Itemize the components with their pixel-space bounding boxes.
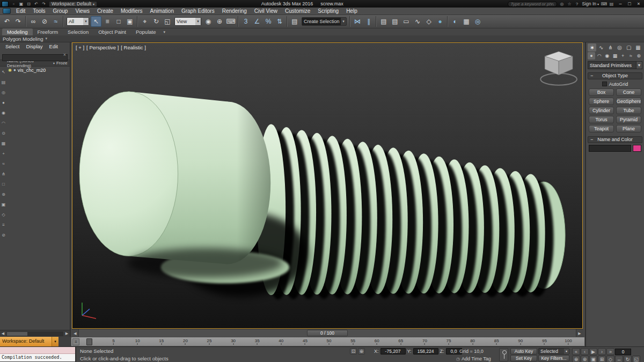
open-file-icon[interactable]: ▣ — [18, 2, 25, 6]
utilities-tab-icon[interactable]: ▦ — [634, 43, 642, 51]
pan-view-icon[interactable]: ↔ — [615, 356, 623, 362]
toggle-ribbon-icon[interactable]: ▭ — [401, 16, 412, 27]
teapot-button[interactable]: Teapot — [589, 125, 614, 132]
sphere-button[interactable]: Sphere — [589, 98, 614, 105]
create-tab-icon[interactable]: ∗ — [588, 43, 596, 51]
toggle-layer-explorer-icon[interactable]: ▤ — [390, 16, 400, 27]
keyboard-shortcut-override-icon[interactable]: ⌨ — [225, 16, 236, 27]
frozen-column-header[interactable]: Froze — [55, 61, 70, 65]
window-crossing-icon[interactable]: ▣ — [125, 16, 135, 27]
primitive-type-dropdown[interactable]: Standard Primitives ▼ — [588, 61, 642, 69]
search-input[interactable] — [508, 1, 557, 7]
zoom-extents-icon[interactable]: ▣ — [589, 356, 597, 362]
se-show-hidden-icon[interactable]: ▣ — [2, 202, 6, 208]
menu-civil-view[interactable]: Civil View — [251, 8, 281, 15]
spinner-snap-icon[interactable]: ⇅ — [274, 16, 285, 27]
menu-help[interactable]: Help — [342, 8, 361, 15]
select-and-uniform-scale-icon[interactable]: ◱ — [162, 16, 173, 27]
previous-frame-arrow-icon[interactable]: ◀ — [72, 329, 79, 337]
absolute-offset-mode-icon[interactable]: ⊕ — [358, 348, 365, 354]
clear-search-icon[interactable]: × — [63, 52, 66, 57]
track-bar[interactable]: ≡ 05101520253035404550556065707580859095… — [71, 337, 585, 346]
play-animation-button[interactable]: ▶ — [589, 348, 597, 355]
menu-group[interactable]: Group — [49, 8, 72, 15]
scrollbar-thumb[interactable] — [7, 332, 27, 336]
selection-lock-icon[interactable]: ⊡ — [350, 348, 357, 354]
sign-in-button[interactable]: Sign In ▾ — [582, 1, 599, 6]
angle-snap-icon[interactable]: ∠ — [252, 16, 262, 27]
rendered-frame-window-icon[interactable]: ▦ — [461, 16, 472, 27]
reference-coordinate-system-dropdown[interactable]: View▾ — [174, 17, 201, 26]
set-keys-button[interactable] — [499, 348, 508, 361]
bind-to-space-warp-icon[interactable]: ≈ — [50, 16, 61, 27]
menu-customize[interactable]: Customize — [281, 8, 314, 15]
maxscript-mini-listener[interactable]: Compilation succeeded. — [0, 347, 76, 362]
se-show-lights-icon[interactable]: ⊙ — [2, 130, 5, 137]
se-filter-icon[interactable]: ⊘ — [2, 232, 5, 239]
name-color-rollout-header[interactable]: − Name and Color — [588, 136, 642, 143]
se-sort-icon[interactable]: ≡ — [2, 222, 5, 228]
scroll-right-icon[interactable]: ▶ — [64, 331, 70, 336]
shapes-category-icon[interactable]: ◠ — [596, 52, 603, 60]
menu-rendering[interactable]: Rendering — [218, 8, 251, 15]
unlink-selection-icon[interactable]: ⊘ — [39, 16, 50, 27]
se-find-icon[interactable]: ◎ — [2, 90, 5, 96]
time-slider-handle[interactable]: 0 / 100 — [307, 330, 348, 336]
new-scene-icon[interactable]: ▫ — [10, 2, 17, 6]
menu-edit[interactable]: Edit — [12, 8, 29, 15]
communication-center-icon[interactable]: ☆ — [566, 2, 573, 6]
tab-selection[interactable]: Selection — [63, 28, 93, 35]
minimize-button[interactable]: – — [617, 1, 624, 6]
explorer-menu-select[interactable]: Select — [2, 43, 23, 49]
render-production-icon[interactable]: ◎ — [472, 16, 483, 27]
maximize-viewport-toggle-icon[interactable]: ◱ — [632, 356, 640, 362]
torus-button[interactable]: Torus — [589, 116, 614, 123]
space-warps-category-icon[interactable]: ≈ — [627, 52, 635, 60]
se-show-all-icon[interactable]: ● — [2, 100, 5, 106]
toggle-scene-explorer-icon[interactable]: ▤ — [378, 16, 389, 27]
autogrid-checkbox[interactable] — [602, 82, 607, 86]
use-pivot-point-center-icon[interactable]: ◉ — [203, 16, 214, 27]
select-and-link-icon[interactable]: ∞ — [28, 16, 39, 27]
cylinder-button[interactable]: Cylinder — [589, 107, 614, 114]
chevron-down-icon[interactable]: ▾ — [160, 28, 168, 35]
save-file-icon[interactable]: ⊡ — [25, 2, 32, 6]
key-filters-button[interactable]: Key Filters... — [538, 355, 569, 361]
plane-button[interactable]: Plane — [616, 125, 641, 132]
se-show-frozen-icon[interactable]: ⊛ — [2, 191, 5, 198]
menu-modifiers[interactable]: Modifiers — [117, 8, 147, 15]
named-selection-sets-combo[interactable]: Create Selection Set▾ — [302, 17, 347, 26]
workspace-selector-arrow[interactable]: ▾ — [52, 337, 58, 346]
selection-set-key-dropdown[interactable]: Selected ▾ — [538, 348, 569, 354]
box-button[interactable]: Box — [589, 88, 614, 96]
display-tab-icon[interactable]: ▢ — [625, 43, 633, 51]
cone-button[interactable]: Cone — [616, 88, 641, 96]
field-of-view-icon[interactable]: ◇ — [606, 356, 614, 362]
se-show-bones-icon[interactable]: ⋔ — [2, 171, 5, 178]
y-coordinate-field[interactable]: 158,224 — [413, 348, 438, 354]
visibility-bulb-icon[interactable]: ◉ — [8, 68, 12, 72]
scrollbar-track[interactable] — [6, 331, 63, 336]
material-editor-icon[interactable]: ● — [435, 16, 445, 27]
cameras-category-icon[interactable]: ▦ — [611, 52, 619, 60]
menu-create[interactable]: Create — [93, 8, 117, 15]
settings-icon[interactable]: ▤ — [608, 2, 615, 6]
explorer-menu-edit[interactable]: Edit — [46, 43, 61, 49]
undo-icon[interactable]: ↶ — [2, 16, 12, 27]
se-selection-sets-icon[interactable]: ▤ — [2, 79, 6, 86]
zoom-icon[interactable]: ⊕ — [572, 356, 580, 362]
se-pick-icon[interactable]: ↖ — [2, 69, 5, 76]
go-to-start-button[interactable]: « — [572, 348, 580, 355]
go-to-end-button[interactable]: » — [606, 348, 614, 355]
se-show-materials-icon[interactable]: ◇ — [2, 212, 5, 218]
menu-graph-editors[interactable]: Graph Editors — [178, 8, 218, 15]
orbit-icon[interactable]: ↻ — [624, 356, 632, 362]
macro-recorder-pane[interactable] — [0, 347, 75, 354]
menu-tools[interactable]: Tools — [29, 8, 49, 15]
snaps-toggle-icon[interactable]: 3 — [240, 16, 251, 27]
next-frame-arrow-icon[interactable]: ▶ — [576, 329, 583, 337]
se-show-shapes-icon[interactable]: ◠ — [2, 120, 5, 127]
se-show-geometry-icon[interactable]: ◉ — [2, 110, 5, 116]
scroll-left-icon[interactable]: ◀ — [0, 331, 6, 336]
viewport-shading-label[interactable]: [ Realistic ] — [121, 45, 145, 50]
